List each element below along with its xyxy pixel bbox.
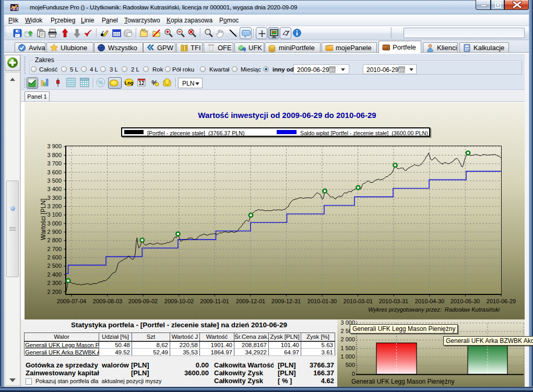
svg-text:Log: Log: [125, 80, 134, 86]
svg-text:12: 12: [138, 80, 145, 86]
svg-text:%: %: [98, 79, 103, 86]
